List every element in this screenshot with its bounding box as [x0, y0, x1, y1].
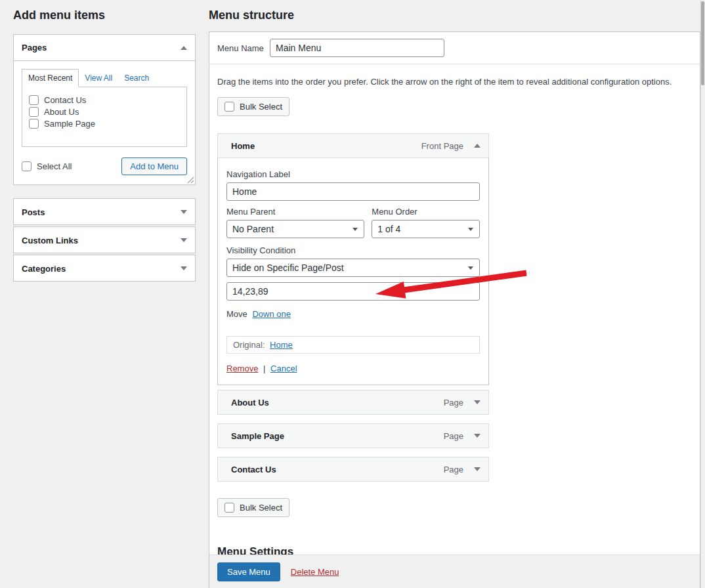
menu-item-sample-page: Sample Page Page: [217, 423, 489, 448]
page-item-label: About Us: [44, 107, 79, 117]
custom-links-panel-title: Custom Links: [22, 236, 78, 245]
menu-item-type-label: Page: [444, 465, 463, 474]
scrollbar-thumb[interactable]: [701, 1, 704, 85]
visibility-condition-label: Visibility Condition: [226, 245, 480, 255]
bulk-select-toggle-bottom[interactable]: Bulk Select: [217, 498, 289, 517]
actions-separator: |: [263, 364, 265, 373]
posts-panel: Posts: [13, 198, 196, 225]
page-item-label: Contact Us: [44, 95, 86, 105]
pages-panel: Pages Most Recent View All Search Contac…: [13, 34, 196, 185]
menu-item-title: About Us: [231, 398, 269, 408]
categories-panel-header[interactable]: Categories: [14, 255, 195, 282]
collapse-down-icon[interactable]: [474, 467, 481, 471]
collapse-down-icon[interactable]: [181, 210, 187, 214]
bulk-select-label: Bulk Select: [240, 102, 282, 112]
page-checkbox-item[interactable]: About Us: [29, 107, 180, 117]
delete-menu-link[interactable]: Delete Menu: [291, 567, 339, 577]
parent-order-row: Menu Parent No Parent Menu Order 1 of 4: [226, 203, 480, 238]
menu-order-select[interactable]: 1 of 4: [372, 220, 480, 238]
menu-order-value: 1 of 4: [377, 224, 400, 234]
checkbox-icon[interactable]: [29, 119, 39, 129]
collapse-up-icon[interactable]: [474, 144, 481, 148]
menu-structure-heading: Menu structure: [209, 9, 294, 22]
pages-panel-title: Pages: [22, 43, 47, 52]
menu-item-title: Home: [231, 141, 255, 151]
menu-item-handle[interactable]: About Us Page: [217, 390, 489, 415]
menu-name-input[interactable]: [270, 39, 444, 57]
move-line: Move Down one: [226, 309, 480, 319]
add-to-menu-button[interactable]: Add to Menu: [121, 158, 187, 175]
pages-checklist: Contact Us About Us Sample Page: [22, 87, 187, 147]
item-actions: Remove | Cancel: [226, 364, 480, 373]
navigation-label: Navigation Label: [226, 169, 480, 179]
bulk-select-toggle-top[interactable]: Bulk Select: [217, 97, 289, 116]
add-menu-items-heading: Add menu items: [13, 9, 105, 22]
menu-item-type-label: Front Page: [421, 141, 463, 151]
checkbox-icon[interactable]: [224, 102, 234, 112]
page-checkbox-item[interactable]: Contact Us: [29, 95, 180, 105]
posts-panel-title: Posts: [22, 207, 45, 217]
navigation-label-input[interactable]: [226, 182, 480, 201]
menu-item-contact-us: Contact Us Page: [217, 457, 489, 482]
menu-parent-select[interactable]: No Parent: [226, 220, 364, 238]
checkbox-icon[interactable]: [22, 161, 32, 171]
menu-item-home: Home Front Page Navigation Label Menu Pa…: [217, 133, 489, 385]
bulk-select-label: Bulk Select: [240, 503, 282, 513]
collapse-down-icon[interactable]: [474, 400, 481, 404]
pages-tabs: Most Recent View All Search: [22, 69, 187, 87]
remove-link[interactable]: Remove: [226, 364, 258, 373]
menu-item-handle[interactable]: Contact Us Page: [217, 457, 489, 482]
page-checkbox-item[interactable]: Sample Page: [29, 119, 180, 129]
chevron-down-icon: [468, 228, 473, 231]
scrollbar-track[interactable]: [700, 0, 705, 588]
posts-panel-header[interactable]: Posts: [14, 199, 195, 225]
select-all-label: Select All: [37, 161, 72, 171]
move-label: Move: [226, 309, 247, 319]
chevron-down-icon: [352, 228, 358, 231]
original-label: Original:: [233, 340, 265, 350]
checkbox-icon[interactable]: [29, 107, 39, 117]
save-menu-button[interactable]: Save Menu: [217, 562, 280, 581]
menu-parent-value: No Parent: [232, 224, 274, 234]
visibility-condition-select[interactable]: Hide on Specific Page/Post: [226, 259, 480, 277]
menu-item-title: Contact Us: [231, 465, 276, 474]
menu-structure-description: Drag the items into the order you prefer…: [217, 77, 683, 87]
menu-parent-label: Menu Parent: [226, 207, 364, 217]
categories-panel: Categories: [13, 255, 196, 282]
custom-links-panel-header[interactable]: Custom Links: [14, 227, 195, 253]
original-home-link[interactable]: Home: [270, 340, 293, 350]
move-down-one-link[interactable]: Down one: [252, 309, 291, 319]
menu-structure-panel: Menu Name Drag the items into the order …: [209, 32, 700, 588]
panel-footer: Save Menu Delete Menu: [209, 555, 700, 588]
visibility-condition-value: Hide on Specific Page/Post: [232, 262, 344, 273]
select-all-checkbox[interactable]: Select All: [22, 161, 72, 171]
resize-grip-icon[interactable]: [185, 175, 194, 184]
pages-panel-actions: Select All Add to Menu: [22, 158, 187, 175]
tab-most-recent[interactable]: Most Recent: [22, 69, 79, 87]
menu-order-label: Menu Order: [372, 207, 480, 217]
tab-search[interactable]: Search: [118, 70, 155, 87]
menu-name-label: Menu Name: [217, 43, 270, 53]
pages-panel-body: Most Recent View All Search Contact Us A…: [14, 61, 195, 184]
chevron-down-icon: [468, 266, 473, 270]
collapse-down-icon[interactable]: [474, 434, 481, 438]
menu-item-type-label: Page: [444, 431, 463, 441]
page-ids-input[interactable]: [226, 282, 480, 301]
menu-item-handle[interactable]: Sample Page Page: [217, 423, 489, 448]
pages-panel-header[interactable]: Pages: [14, 35, 195, 61]
collapse-down-icon[interactable]: [181, 238, 187, 242]
menu-item-handle[interactable]: Home Front Page: [217, 133, 489, 158]
tab-view-all[interactable]: View All: [79, 70, 118, 87]
menu-item-type-label: Page: [444, 398, 463, 408]
custom-links-panel: Custom Links: [13, 226, 196, 253]
cancel-link[interactable]: Cancel: [270, 364, 297, 373]
checkbox-icon[interactable]: [224, 503, 234, 513]
collapse-up-icon[interactable]: [181, 46, 187, 50]
menu-item-about-us: About Us Page: [217, 390, 489, 415]
categories-panel-title: Categories: [22, 264, 66, 274]
collapse-down-icon[interactable]: [181, 266, 187, 270]
menu-item-title: Sample Page: [231, 431, 284, 441]
checkbox-icon[interactable]: [29, 95, 39, 105]
menu-item-settings: Navigation Label Menu Parent No Parent M…: [217, 158, 489, 385]
page-item-label: Sample Page: [44, 119, 95, 129]
